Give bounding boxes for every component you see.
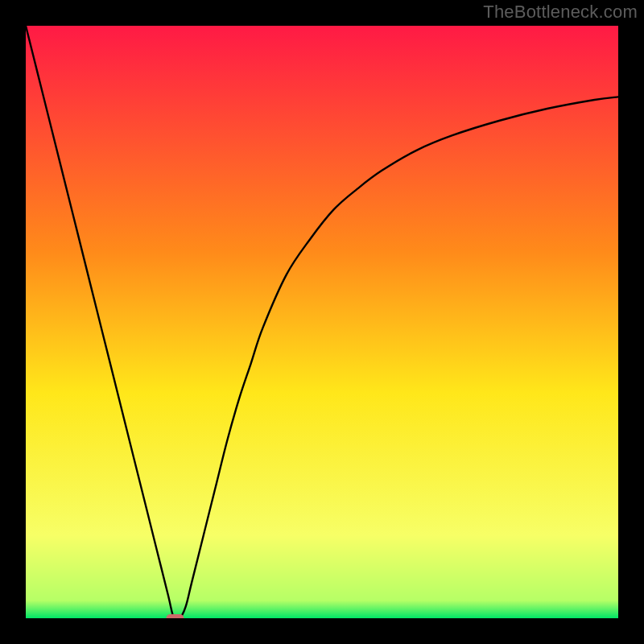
chart-frame: TheBottleneck.com xyxy=(0,0,644,644)
plot-area xyxy=(26,26,618,618)
gradient-background xyxy=(26,26,618,618)
minimum-marker xyxy=(166,614,184,618)
chart-svg xyxy=(26,26,618,618)
watermark-text: TheBottleneck.com xyxy=(483,2,638,23)
